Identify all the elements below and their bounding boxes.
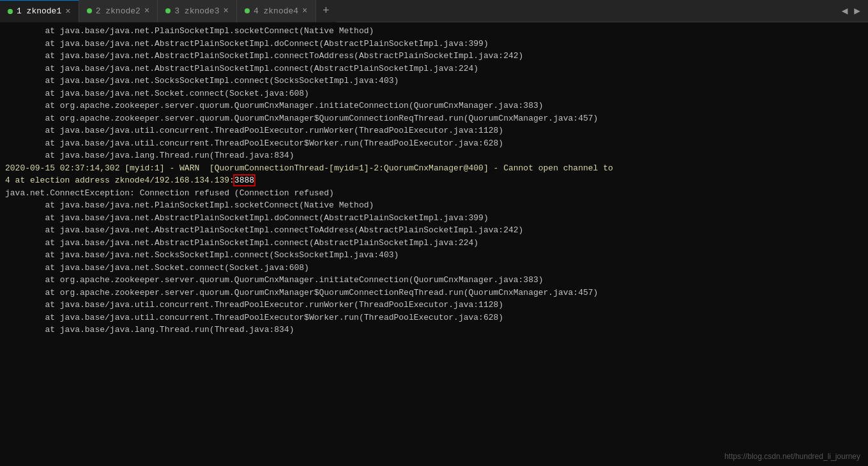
log-line: at java.base/java.util.concurrent.Thread… [0,137,868,150]
log-line: at java.base/java.lang.Thread.run(Thread… [0,149,868,162]
log-line: at java.base/java.net.SocksSocketImpl.co… [0,75,868,87]
tab-close-button[interactable]: × [65,6,70,17]
tab-status-dot [245,8,250,13]
log-line: 2020-09-15 02:37:14,302 [myid:1] - WARN … [0,162,868,175]
tab-label: 2 zknode2 [96,6,141,16]
log-line: at org.apache.zookeeper.server.quorum.Qu… [0,112,868,125]
log-line: at java.base/java.net.AbstractPlainSocke… [0,50,868,63]
tab-3-zknode3[interactable]: 3 zknode3× [158,0,237,22]
log-line: at java.base/java.net.AbstractPlainSocke… [0,224,868,237]
log-line: at java.base/java.util.concurrent.Thread… [0,299,868,312]
log-line: at java.base/java.net.SocksSocketImpl.co… [0,249,868,262]
log-line: at java.base/java.net.AbstractPlainSocke… [0,237,868,250]
tab-close-button[interactable]: × [302,6,307,16]
tab-status-dot [8,9,13,14]
tab-1-zknode1[interactable]: 1 zknode1× [0,0,79,22]
content-area: at java.base/java.net.PlainSocketImpl.so… [0,22,868,466]
log-line: at java.base/java.net.PlainSocketImpl.so… [0,25,868,38]
tab-label: 1 zknode1 [17,6,61,16]
log-line: at org.apache.zookeeper.server.quorum.Qu… [0,287,868,299]
tab-4-zknode4[interactable]: 4 zknode4× [237,0,316,22]
log-line: at java.base/java.util.concurrent.Thread… [0,124,868,137]
tab-add-button[interactable]: + [316,0,337,22]
tab-label: 3 zknode3 [174,6,219,16]
highlighted-port: 3888 [234,176,254,185]
log-line: at java.base/java.net.AbstractPlainSocke… [0,212,868,225]
watermark: https://blog.csdn.net/hundred_li_journey [724,452,860,461]
tab-close-button[interactable]: × [144,6,149,16]
tab-2-zknode2[interactable]: 2 zknode2× [79,0,158,22]
tab-status-dot [165,8,171,13]
log-line: at java.base/java.net.Socket.connect(Soc… [0,262,868,274]
tab-bar: 1 zknode1×2 zknode2×3 zknode3×4 zknode4×… [0,0,868,22]
log-line: at java.base/java.util.concurrent.Thread… [0,312,868,324]
log-line: at java.base/java.net.Socket.connect(Soc… [0,87,868,100]
log-line: at java.base/java.net.AbstractPlainSocke… [0,38,868,50]
tab-scroll-left-arrow[interactable]: ◀ [839,3,851,19]
log-line: at java.base/java.net.PlainSocketImpl.so… [0,199,868,212]
tab-nav-arrows: ◀▶ [839,3,868,19]
log-line: at org.apache.zookeeper.server.quorum.Qu… [0,274,868,287]
log-line: at org.apache.zookeeper.server.quorum.Qu… [0,100,868,112]
log-line: java.net.ConnectException: Connection re… [0,187,868,200]
tab-scroll-right-arrow[interactable]: ▶ [851,3,863,19]
tab-status-dot [87,8,92,13]
log-line: 4 at election address zknode4/192.168.13… [0,174,868,187]
tab-label: 4 zknode4 [254,6,298,16]
log-line: at java.base/java.net.AbstractPlainSocke… [0,63,868,75]
tab-close-button[interactable]: × [223,6,228,16]
log-line: at java.base/java.lang.Thread.run(Thread… [0,324,868,336]
